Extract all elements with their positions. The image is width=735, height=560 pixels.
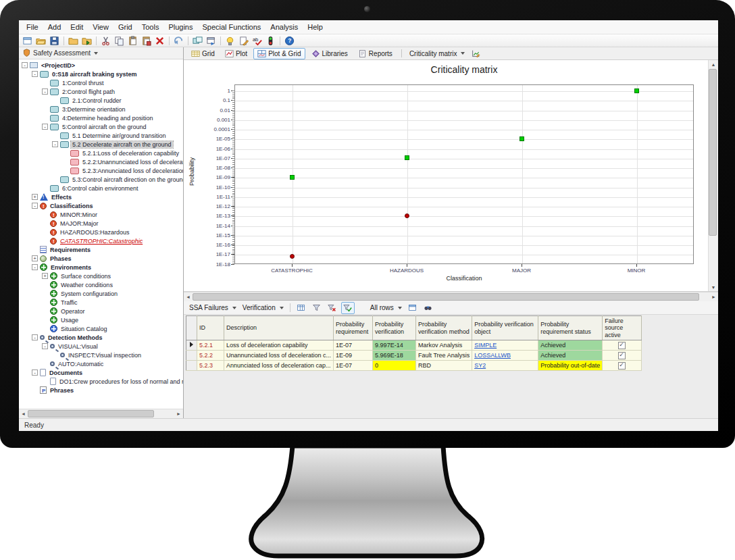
tree-item[interactable]: -Detection Methods	[19, 333, 183, 342]
menu-add[interactable]: Add	[43, 22, 66, 32]
tree-item[interactable]: -VISUAL:Visual	[19, 342, 183, 351]
scroll-left-arrow[interactable]: ◄	[19, 410, 28, 418]
new-grid-window-button[interactable]	[406, 302, 420, 314]
menu-tools[interactable]: Tools	[137, 22, 164, 32]
requirement-status-cell[interactable]: Achieved	[538, 340, 603, 351]
verification-object-link[interactable]: LOSSALLWB	[474, 352, 511, 359]
edit-chart-button[interactable]	[470, 48, 482, 59]
scroll-left-arrow[interactable]: ◄	[184, 293, 193, 301]
tree-item[interactable]: CATASTROPHIC:Catastrophic	[19, 236, 183, 245]
requirement-point[interactable]	[405, 155, 409, 160]
menu-edit[interactable]: Edit	[66, 22, 88, 32]
tree-expander[interactable]: -	[32, 71, 38, 77]
tree-item[interactable]: 2.1:Control rudder	[19, 96, 183, 105]
tree-item[interactable]: 5.2.3:Annunciated loss of deceleration c…	[19, 166, 183, 175]
description-cell[interactable]: Annunciated loss of deceleration cap...	[224, 361, 334, 371]
requirement-point[interactable]	[634, 88, 639, 93]
tree-item[interactable]: -<ProjectID>	[19, 61, 183, 70]
tree-item[interactable]: 5.3:Control aircraft direction on the gr…	[19, 175, 183, 184]
tree-item[interactable]: Usage	[19, 315, 183, 324]
tree-expander[interactable]: -	[32, 264, 38, 270]
probability-requirement-cell[interactable]: 1E-09	[334, 351, 373, 361]
row-selector-cell[interactable]	[186, 340, 197, 351]
scroll-track[interactable]	[709, 68, 717, 283]
probability-verification-cell[interactable]: 9.997E-14	[373, 340, 416, 351]
verification-point[interactable]	[405, 213, 409, 218]
id-cell[interactable]: 5.2.2	[197, 351, 224, 361]
edit-document-button[interactable]	[237, 35, 250, 47]
tab-libraries[interactable]: Libraries	[307, 48, 352, 59]
menu-special-functions[interactable]: Special Functions	[197, 22, 265, 32]
tree-expander[interactable]: -	[42, 124, 48, 130]
failure-source-active-cell[interactable]	[603, 351, 642, 361]
tree-expander[interactable]: -	[22, 62, 28, 68]
save-button[interactable]	[48, 35, 61, 47]
tab-grid[interactable]: Grid	[187, 48, 219, 59]
tree-item[interactable]: Situation Catalog	[19, 324, 183, 333]
tree-item[interactable]: 1:Control thrust	[19, 78, 183, 87]
tree-item[interactable]: 5.2.1:Loss of deceleration capability	[19, 149, 183, 157]
menu-analysis[interactable]: Analysis	[265, 22, 303, 32]
requirement-status-cell[interactable]: Achieved	[538, 351, 603, 361]
row-selector-cell[interactable]	[186, 351, 197, 361]
help-button[interactable]: ?	[283, 35, 296, 47]
open-button[interactable]	[34, 35, 47, 47]
tree-expander[interactable]: -	[32, 334, 38, 340]
folder-move-button[interactable]	[80, 35, 93, 47]
menu-plugins[interactable]: Plugins	[163, 22, 197, 32]
tree-item[interactable]: -5.2 Decelerate aircraft on the ground	[19, 140, 183, 149]
column-header[interactable]: Failure source active	[603, 316, 642, 340]
scroll-right-arrow[interactable]: ►	[709, 293, 718, 301]
probability-verification-cell[interactable]: 5.969E-18	[373, 351, 416, 361]
plot-vertical-scrollbar[interactable]: ▲ ▼	[708, 60, 718, 291]
menu-view[interactable]: View	[88, 22, 113, 32]
paste-button[interactable]	[126, 35, 139, 47]
row-count-dropdown[interactable]: All rows	[368, 303, 404, 312]
auto-filter-button[interactable]	[341, 302, 355, 314]
verification-object-link[interactable]: SIMPLE	[474, 342, 497, 349]
tree-item[interactable]: 3:Determine orientation	[19, 105, 183, 113]
row-selector-cell[interactable]	[186, 361, 197, 371]
tree-item[interactable]: Phrases	[19, 386, 183, 394]
scroll-thumb[interactable]	[709, 69, 717, 236]
probability-requirement-cell[interactable]: 1E-07	[334, 361, 373, 371]
tree-item[interactable]: DO1:Crew procedures for loss of normal a…	[19, 377, 183, 386]
column-header[interactable]: ID	[197, 316, 224, 340]
column-header[interactable]: Probability requirement	[334, 316, 373, 340]
tree-item[interactable]: 5.1 Determine air/ground transition	[19, 131, 183, 140]
send-to-window-button[interactable]	[205, 35, 218, 47]
id-cell[interactable]: 5.2.3	[197, 361, 224, 371]
tab-reports[interactable]: Reports	[354, 48, 397, 59]
tree-item[interactable]: MAJOR:Major	[19, 219, 183, 228]
column-header[interactable]: Probability requirement status	[538, 316, 603, 340]
view-dropdown[interactable]: Verification	[240, 303, 286, 312]
tree-expander[interactable]: -	[42, 343, 48, 349]
column-header[interactable]: Probability verification method	[416, 316, 472, 340]
verification-object-cell[interactable]: LOSSALLWB	[472, 351, 538, 361]
scroll-thumb[interactable]	[193, 293, 699, 301]
checkbox-checked-icon[interactable]	[618, 352, 626, 359]
id-cell[interactable]: 5.2.1	[197, 340, 224, 351]
tree-item[interactable]: -Documents	[19, 368, 183, 377]
new-button[interactable]	[21, 35, 34, 47]
highlight-button[interactable]	[224, 35, 236, 47]
verification-method-cell[interactable]: Markov Analysis	[416, 340, 472, 351]
requirement-point[interactable]	[290, 175, 295, 180]
undo-button[interactable]	[172, 35, 185, 47]
probability-verification-cell[interactable]: 0	[373, 361, 416, 371]
tree-expander[interactable]: +	[32, 255, 38, 261]
tree-item[interactable]: -5:Control aircraft on the ground	[19, 122, 183, 131]
menu-help[interactable]: Help	[303, 22, 328, 32]
column-header[interactable]: Probability verification object	[472, 316, 538, 340]
tree-item[interactable]: 5.2.2:Unannunciated loss of deceleration…	[19, 157, 183, 166]
column-header[interactable]: Probability verification	[373, 316, 416, 340]
tree-item[interactable]: 6:Control cabin environment	[19, 184, 183, 193]
tree-item[interactable]: -0:S18 aircraft braking system	[19, 70, 183, 78]
tree-expander[interactable]: +	[42, 273, 48, 279]
failure-source-active-cell[interactable]	[603, 361, 642, 371]
tree-item[interactable]: HAZARDOUS:Hazardous	[19, 228, 183, 236]
tree-expander[interactable]: +	[32, 194, 38, 200]
paste-special-button[interactable]	[140, 35, 153, 47]
verification-method-cell[interactable]: RBD	[416, 361, 472, 371]
column-header[interactable]: Description	[224, 316, 334, 340]
